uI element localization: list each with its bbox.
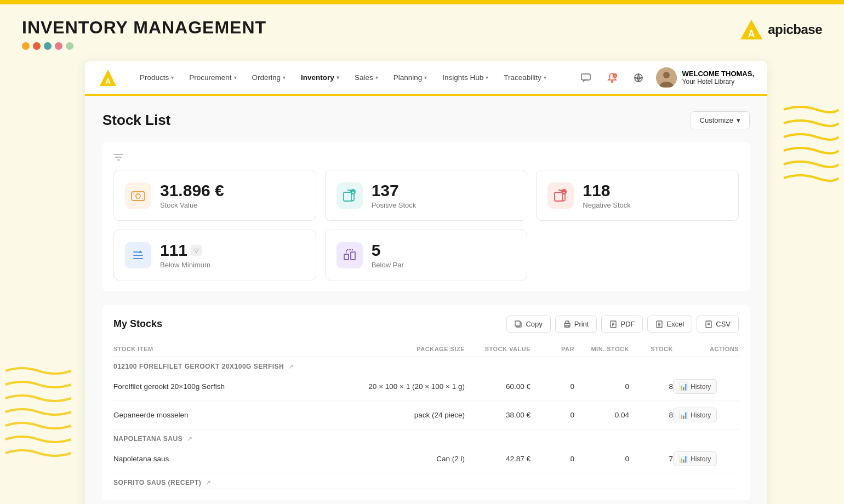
history-button-forelfilet[interactable]: 📊 History <box>673 379 717 394</box>
th-stock-value: STOCK VALUE <box>465 346 531 352</box>
stat-icon-money <box>125 182 151 209</box>
stats-bottom-row: 111 ▽ Below Minimum <box>113 230 739 280</box>
th-package-size: PACKAGE SIZE <box>355 346 465 352</box>
svg-text:−: − <box>563 190 566 195</box>
below-min-filter-icon[interactable]: ▽ <box>191 245 202 256</box>
avatar-image <box>656 67 677 88</box>
table-header-row: STOCK ITEM PACKAGE SIZE STOCK VALUE PAR … <box>113 341 739 357</box>
dot-1 <box>22 42 30 50</box>
td-stock-forelfilet: 8 <box>629 382 673 391</box>
filter-icon[interactable] <box>113 153 739 163</box>
page-title: Stock List <box>102 112 170 129</box>
history-button-napoletana[interactable]: 📊 History <box>673 451 717 466</box>
table-row: Gepaneerde mosselen pack (24 piece) 38.0… <box>113 401 739 429</box>
stocks-table: STOCK ITEM PACKAGE SIZE STOCK VALUE PAR … <box>113 341 739 489</box>
chevron-down-icon: ▾ <box>337 75 339 81</box>
globe-icon-button[interactable] <box>630 69 647 87</box>
stocks-header: My Stocks Copy <box>113 316 739 333</box>
nav-item-sales[interactable]: Sales ▾ <box>348 69 385 86</box>
filter-svg-icon <box>113 153 123 161</box>
svg-point-5 <box>611 81 613 82</box>
td-val-mosselen: 38.00 € <box>465 411 531 419</box>
stat-info-below-par: 5 Below Par <box>372 241 404 269</box>
print-icon <box>563 320 571 328</box>
print-button[interactable]: Print <box>555 316 597 333</box>
chevron-down-icon: ▾ <box>424 75 427 81</box>
nav-item-traceability[interactable]: Traceability ▾ <box>497 69 553 86</box>
table-row: Napoletana saus Can (2 l) 42.87 € 0 0 7 … <box>113 445 739 473</box>
chevron-down-icon: ▾ <box>486 75 488 81</box>
stat-label-stock: Stock Value <box>160 201 224 209</box>
td-action-forelfilet: 📊 History <box>673 379 739 394</box>
bell-icon: 3 <box>607 72 618 83</box>
td-val-forelfilet: 60.00 € <box>465 382 531 391</box>
excel-icon <box>655 320 663 328</box>
stat-info-negative: 118 Negative Stock <box>583 181 630 209</box>
chat-icon-button[interactable] <box>577 69 595 87</box>
history-button-mosselen[interactable]: 📊 History <box>673 408 717 422</box>
nav-item-procurement[interactable]: Procurement ▾ <box>183 69 243 86</box>
svg-text:+: + <box>351 190 354 195</box>
th-stock-item: STOCK ITEM <box>113 346 355 352</box>
td-item-mosselen: Gepaneerde mosselen <box>113 411 355 419</box>
svg-text:3: 3 <box>614 75 615 78</box>
td-item-napoletana: Napoletana saus <box>113 455 355 463</box>
chevron-down-icon: ▾ <box>737 116 740 124</box>
stats-top-row: 31.896 € Stock Value + <box>113 170 739 221</box>
nav-item-planning[interactable]: Planning ▾ <box>387 69 434 86</box>
negative-stock-icon: − <box>553 188 568 203</box>
td-pkg-napoletana: Can (2 l) <box>355 455 465 463</box>
positive-stock-icon: + <box>342 188 357 203</box>
user-section: WELCOME THOMAS, Your Hotel Library <box>656 67 754 88</box>
nav-logo-icon: A <box>98 68 118 88</box>
chat-icon <box>580 72 591 83</box>
stocks-section: My Stocks Copy <box>102 305 750 500</box>
nav-right: 3 WELCOME THOM <box>577 67 754 88</box>
external-link-icon[interactable]: ↗ <box>288 363 294 370</box>
svg-text:A: A <box>105 77 111 85</box>
logo-text: apicbase <box>768 22 822 37</box>
dots-row <box>22 42 266 50</box>
svg-text:A: A <box>748 28 755 39</box>
svg-rect-21 <box>555 192 562 201</box>
below-min-icon <box>130 248 146 263</box>
globe-icon <box>633 72 644 83</box>
excel-button[interactable]: Excel <box>647 316 692 333</box>
td-stock-mosselen: 8 <box>629 411 673 419</box>
copy-icon <box>515 320 522 328</box>
td-min-forelfilet: 0 <box>574 382 629 391</box>
notification-icon-button[interactable]: 3 <box>603 69 621 87</box>
td-par-mosselen: 0 <box>531 411 574 419</box>
avatar <box>656 67 677 88</box>
svg-rect-33 <box>566 325 569 327</box>
csv-icon <box>705 320 712 328</box>
td-min-napoletana: 0 <box>574 455 629 463</box>
nav-item-products[interactable]: Products ▾ <box>133 69 180 86</box>
stat-info-stock-value: 31.896 € Stock Value <box>160 181 224 209</box>
action-buttons-group: Copy Print <box>506 316 739 333</box>
group-header-sofrito: SOFRITO SAUS (RECEPT) ↗ <box>113 473 739 489</box>
svg-rect-28 <box>351 252 355 260</box>
customize-button[interactable]: Customize ▾ <box>691 111 750 129</box>
copy-button[interactable]: Copy <box>506 316 550 333</box>
external-link-icon[interactable]: ↗ <box>206 479 211 486</box>
stat-value-below-min: 111 <box>160 241 187 260</box>
external-link-icon[interactable]: ↗ <box>187 435 192 443</box>
header-left: INVENTORY MANAGEMENT <box>22 18 266 50</box>
csv-button[interactable]: CSV <box>697 316 739 333</box>
stocks-title: My Stocks <box>113 318 162 330</box>
pdf-button[interactable]: PDF <box>601 316 643 333</box>
pdf-icon <box>609 320 617 328</box>
stats-empty-cell <box>536 230 739 280</box>
td-val-napoletana: 42.87 € <box>465 455 531 463</box>
table-group-forelfilet: 012100 FORELFILET GEROOKT 20X100G SERFIS… <box>113 357 739 429</box>
stat-card-negative-stock: − 118 Negative Stock <box>536 170 739 221</box>
stat-value-below-par: 5 <box>372 241 404 260</box>
nav-item-ordering[interactable]: Ordering ▾ <box>246 69 293 86</box>
nav-item-inventory[interactable]: Inventory ▾ <box>294 69 346 86</box>
nav-item-insights-hub[interactable]: Insights Hub ▾ <box>436 69 495 86</box>
group-name-forelfilet: 012100 FORELFILET GEROOKT 20X100G SERFIS… <box>113 363 284 370</box>
svg-rect-4 <box>581 74 590 80</box>
group-name-sofrito: SOFRITO SAUS (RECEPT) <box>113 479 201 486</box>
svg-rect-30 <box>515 321 520 326</box>
